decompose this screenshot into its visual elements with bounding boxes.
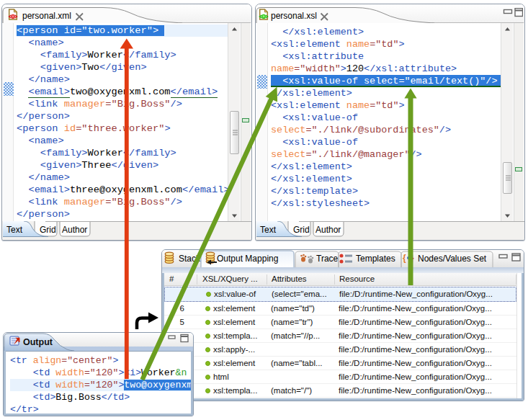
svg-text:Stack: Stack — [179, 254, 201, 264]
svg-text:Author: Author — [316, 225, 341, 235]
svg-text:}: } — [411, 253, 414, 263]
svg-text:{: { — [403, 253, 406, 263]
svg-text:Nodes/Values Set: Nodes/Values Set — [418, 254, 487, 264]
svg-text:Templates: Templates — [356, 254, 395, 264]
svg-text:Text: Text — [260, 225, 277, 235]
svg-text:Grid: Grid — [293, 225, 310, 235]
svg-text:Output Mapping: Output Mapping — [217, 254, 278, 264]
svg-text:Author: Author — [62, 225, 87, 235]
svg-text:Text: Text — [6, 225, 23, 235]
svg-text:Output: Output — [23, 337, 53, 347]
svg-text:Trace: Trace — [316, 254, 339, 264]
svg-text:Grid: Grid — [40, 225, 56, 235]
